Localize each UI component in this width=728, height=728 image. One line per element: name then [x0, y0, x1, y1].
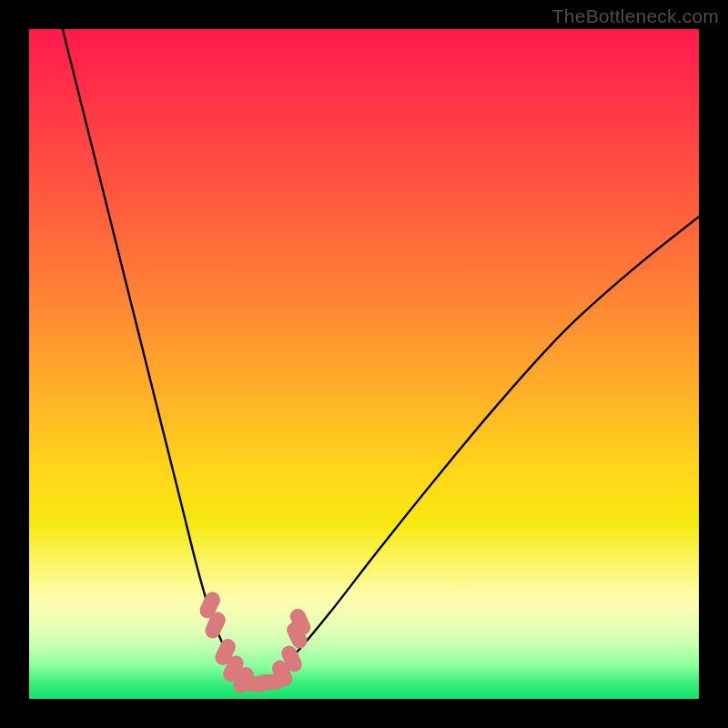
- marker-point: [279, 668, 285, 679]
- watermark-text: TheBottleneck.com: [552, 5, 719, 27]
- marker-point: [207, 600, 213, 611]
- marker-point: [231, 663, 236, 674]
- plot-area: [29, 29, 699, 699]
- marker-point: [213, 620, 218, 631]
- marker-point: [289, 653, 295, 664]
- chart-svg: [29, 29, 699, 699]
- outer-frame: TheBottleneck.com: [0, 0, 728, 728]
- bottleneck-curve: [63, 29, 699, 687]
- highlight-markers: [207, 600, 303, 685]
- marker-point: [223, 647, 228, 658]
- marker-point: [298, 616, 303, 627]
